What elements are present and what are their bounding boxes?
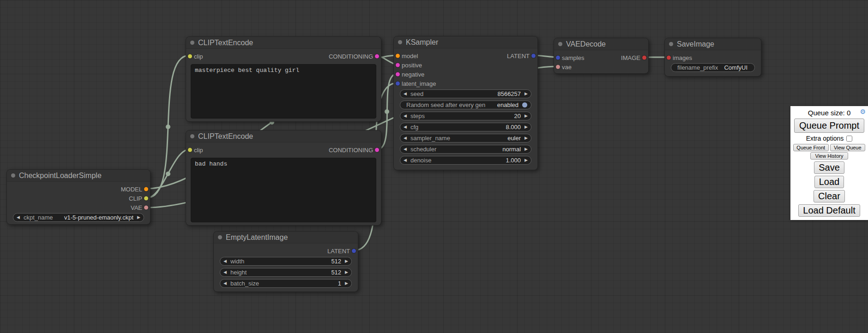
width-number-widget[interactable]: ◀ width 512 ▶	[220, 257, 352, 266]
collapse-dot-icon[interactable]	[11, 173, 15, 178]
positive-input-port[interactable]	[396, 63, 400, 67]
widget-label: steps	[410, 113, 425, 119]
sampler-name-combo-widget[interactable]: ◀ sampler_name euler ▶	[400, 134, 531, 143]
random-seed-toggle-widget[interactable]: Random seed after every gen enabled	[400, 101, 531, 109]
slot-row: negative	[394, 70, 537, 79]
increment-arrow-icon[interactable]: ▶	[345, 281, 348, 285]
collapse-dot-icon[interactable]	[558, 42, 562, 46]
widget-label: width	[230, 258, 244, 265]
image-output-port[interactable]	[642, 56, 646, 60]
node-title-bar[interactable]: CheckpointLoaderSimple	[7, 170, 150, 182]
model-output-port[interactable]	[144, 187, 148, 191]
output-label-latent: LATENT	[507, 53, 530, 59]
ckpt-name-combo-widget[interactable]: ◀ ckpt_name v1-5-pruned-emaonly.ckpt ▶	[13, 213, 144, 222]
clip-input-port[interactable]	[188, 54, 192, 59]
clear-button[interactable]: Clear	[814, 190, 845, 202]
vae-input-port[interactable]	[556, 65, 560, 69]
increment-arrow-icon[interactable]: ▶	[137, 215, 140, 220]
node-title-bar[interactable]: CLIPTextEncode	[186, 37, 381, 49]
decrement-arrow-icon[interactable]: ◀	[223, 259, 227, 263]
save-button[interactable]: Save	[814, 161, 844, 174]
extra-options-checkbox[interactable]	[846, 136, 852, 142]
load-button[interactable]: Load	[814, 176, 844, 188]
steps-number-widget[interactable]: ◀ steps 20 ▶	[400, 112, 531, 120]
link-midpoint-dot	[166, 172, 170, 176]
increment-arrow-icon[interactable]: ▶	[524, 92, 528, 96]
link-clip-to-positive-prompt	[147, 55, 189, 198]
collapse-dot-icon[interactable]	[398, 40, 402, 44]
node-title-bar[interactable]: VAEDecode	[554, 38, 648, 50]
collapse-dot-icon[interactable]	[669, 42, 673, 46]
widget-label: Random seed after every gen	[406, 101, 485, 108]
decrement-arrow-icon[interactable]: ◀	[404, 136, 407, 140]
denoise-number-widget[interactable]: ◀ denoise 1.000 ▶	[400, 156, 531, 165]
collapse-dot-icon[interactable]	[190, 41, 194, 45]
increment-arrow-icon[interactable]: ▶	[345, 270, 348, 274]
negative-input-port[interactable]	[396, 72, 400, 77]
toggle-on-indicator[interactable]	[522, 102, 527, 107]
load-default-button[interactable]: Load Default	[798, 204, 860, 217]
filename-prefix-text-widget[interactable]: filename_prefix ComfyUI	[671, 63, 755, 72]
widget-label: filename_prefix	[677, 64, 718, 71]
node-title-bar[interactable]: KSampler	[394, 36, 537, 48]
node-title: KSampler	[406, 38, 438, 47]
widget-value: ComfyUI	[718, 64, 747, 71]
cfg-number-widget[interactable]: ◀ cfg 8.000 ▶	[400, 123, 531, 131]
queue-prompt-button[interactable]: Queue Prompt	[794, 119, 864, 133]
widget-label: height	[230, 269, 247, 276]
view-queue-button[interactable]: View Queue	[830, 144, 866, 151]
input-label-samples: samples	[562, 54, 584, 61]
clip-input-port[interactable]	[188, 148, 192, 152]
latent-output-port[interactable]	[531, 54, 536, 58]
widget-value: 20	[425, 113, 521, 119]
negative-prompt-textarea[interactable]: bad hands	[191, 158, 376, 222]
positive-prompt-textarea[interactable]: masterpiece best quality girl	[191, 64, 376, 119]
conditioning-output-port[interactable]	[375, 148, 379, 152]
conditioning-output-port[interactable]	[375, 54, 379, 59]
decrement-arrow-icon[interactable]: ◀	[404, 147, 407, 151]
slot-row: positive	[394, 60, 537, 70]
increment-arrow-icon[interactable]: ▶	[524, 125, 528, 129]
node-clip-text-encode-negative: CLIPTextEncode clip CONDITIONING bad han…	[186, 130, 381, 226]
widget-label: ckpt_name	[24, 214, 53, 221]
view-history-button[interactable]: View History	[810, 152, 849, 160]
node-checkpoint-loader-simple: CheckpointLoaderSimple MODEL CLIP VAE ◀ …	[6, 169, 151, 225]
decrement-arrow-icon[interactable]: ◀	[404, 114, 407, 118]
decrement-arrow-icon[interactable]: ◀	[17, 215, 20, 220]
latent-image-input-port[interactable]	[396, 82, 400, 86]
decrement-arrow-icon[interactable]: ◀	[404, 125, 407, 129]
increment-arrow-icon[interactable]: ▶	[524, 147, 528, 151]
node-title-bar[interactable]: SaveImage	[665, 38, 761, 50]
clip-output-port[interactable]	[144, 196, 148, 201]
latent-output-port[interactable]	[352, 249, 356, 253]
collapse-dot-icon[interactable]	[218, 235, 222, 239]
scheduler-combo-widget[interactable]: ◀ scheduler normal ▶	[400, 145, 531, 154]
decrement-arrow-icon[interactable]: ◀	[404, 158, 407, 162]
increment-arrow-icon[interactable]: ▶	[524, 158, 528, 162]
node-empty-latent-image: EmptyLatentImage LATENT ◀ width 512 ▶ ◀ …	[213, 231, 358, 292]
node-title-bar[interactable]: CLIPTextEncode	[186, 131, 381, 143]
height-number-widget[interactable]: ◀ height 512 ▶	[220, 268, 352, 277]
increment-arrow-icon[interactable]: ▶	[524, 136, 528, 140]
decrement-arrow-icon[interactable]: ◀	[404, 92, 407, 96]
batch-size-number-widget[interactable]: ◀ batch_size 1 ▶	[220, 279, 352, 288]
slot-row: model LATENT	[394, 51, 537, 60]
input-label-images: images	[673, 54, 692, 61]
vae-output-port[interactable]	[144, 206, 148, 210]
images-input-port[interactable]	[667, 56, 671, 60]
increment-arrow-icon[interactable]: ▶	[345, 259, 348, 263]
seed-number-widget[interactable]: ◀ seed 8566257 ▶	[400, 89, 531, 98]
increment-arrow-icon[interactable]: ▶	[524, 114, 528, 118]
settings-gear-icon[interactable]: ⚙	[860, 108, 866, 115]
queue-front-button[interactable]: Queue Front	[793, 144, 829, 151]
collapse-dot-icon[interactable]	[190, 134, 194, 138]
model-input-port[interactable]	[396, 54, 400, 58]
slot-row: MODEL	[7, 184, 150, 194]
node-title-bar[interactable]: EmptyLatentImage	[214, 232, 358, 244]
widget-value: 512	[247, 269, 341, 276]
decrement-arrow-icon[interactable]: ◀	[223, 281, 227, 285]
widget-value: v1-5-pruned-emaonly.ckpt	[53, 214, 134, 221]
decrement-arrow-icon[interactable]: ◀	[223, 270, 227, 274]
samples-input-port[interactable]	[556, 56, 560, 60]
node-graph-canvas[interactable]: CheckpointLoaderSimple MODEL CLIP VAE ◀ …	[0, 0, 868, 333]
